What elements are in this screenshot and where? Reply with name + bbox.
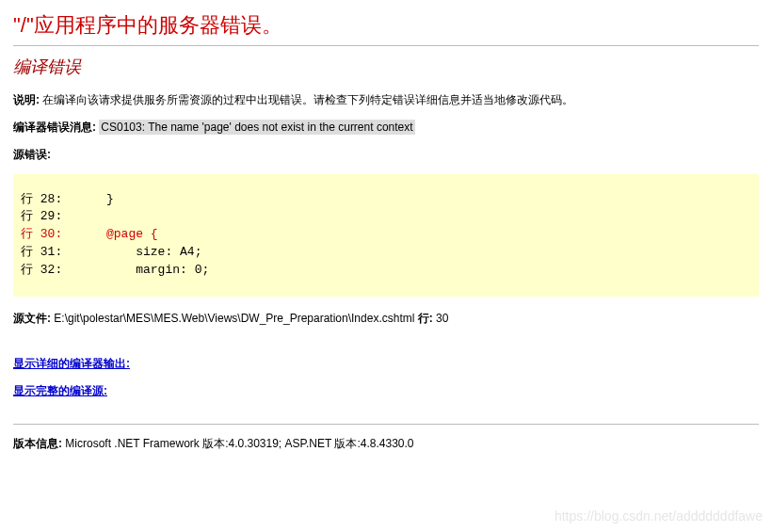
source-file-path: E:\git\polestar\MES\MES.Web\Views\DW_Pre… <box>54 312 414 325</box>
compiler-message-row: 编译器错误消息: CS0103: The name 'page' does no… <box>13 119 759 137</box>
code-line: 行 32: margin: 0; <box>21 262 751 280</box>
description-text: 在编译向该请求提供服务所需资源的过程中出现错误。请检查下列特定错误详细信息并适当… <box>40 93 573 106</box>
source-code-block: 行 28: }行 29:行 30: @page {行 31: size: A4;… <box>13 174 759 297</box>
description-label: 说明: <box>13 93 40 106</box>
error-heading: 编译错误 <box>13 56 759 78</box>
version-text: Microsoft .NET Framework 版本:4.0.30319; A… <box>62 437 414 450</box>
line-label: 行: <box>414 312 436 325</box>
bottom-divider <box>13 424 759 425</box>
compiler-message-text: CS0103: The name 'page' does not exist i… <box>99 120 414 135</box>
link-row-full-source: 显示完整的编译源: <box>13 378 759 405</box>
source-file-label: 源文件: <box>13 312 54 325</box>
code-line-error: 行 30: @page { <box>21 226 751 244</box>
compiler-message-label: 编译器错误消息: <box>13 121 99 134</box>
page-title: "/"应用程序中的服务器错误。 <box>13 11 759 40</box>
code-line: 行 28: } <box>21 191 751 209</box>
link-row-detailed: 显示详细的编译器输出: <box>13 350 759 378</box>
code-line: 行 31: size: A4; <box>21 244 751 262</box>
code-line: 行 29: <box>21 208 751 226</box>
show-full-source-link[interactable]: 显示完整的编译源: <box>13 383 107 399</box>
title-divider <box>13 45 759 46</box>
source-error-label: 源错误: <box>13 148 51 161</box>
source-error-label-row: 源错误: <box>13 146 759 164</box>
source-file-row: 源文件: E:\git\polestar\MES\MES.Web\Views\D… <box>13 310 759 328</box>
version-info-row: 版本信息: Microsoft .NET Framework 版本:4.0.30… <box>13 436 759 452</box>
version-label: 版本信息: <box>13 437 62 450</box>
show-detailed-output-link[interactable]: 显示详细的编译器输出: <box>13 356 130 372</box>
line-number: 30 <box>436 312 448 325</box>
description-row: 说明: 在编译向该请求提供服务所需资源的过程中出现错误。请检查下列特定错误详细信… <box>13 91 759 109</box>
